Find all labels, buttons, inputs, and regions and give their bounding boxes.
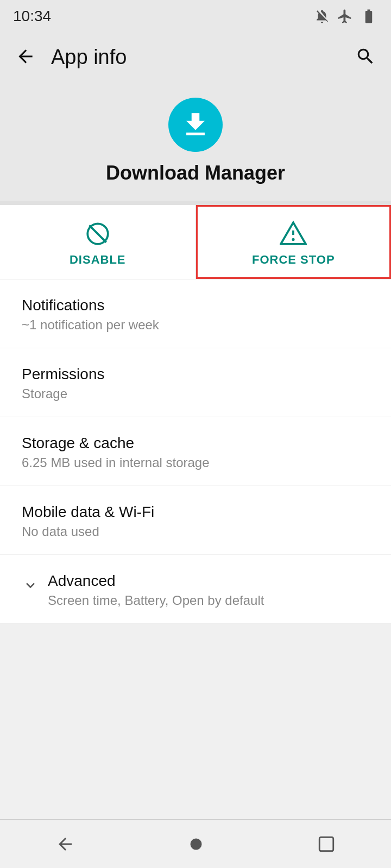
svg-rect-5 <box>319 837 333 851</box>
permissions-content: Permissions Storage <box>22 366 369 401</box>
bottom-nav <box>0 819 391 868</box>
back-button[interactable] <box>11 42 40 73</box>
svg-line-1 <box>89 225 106 242</box>
app-name: Download Manager <box>106 162 285 184</box>
list-section: Notifications ~1 notification per week P… <box>0 279 391 624</box>
permissions-item[interactable]: Permissions Storage <box>0 348 391 417</box>
page-content: Notifications ~1 notification per week P… <box>0 279 391 678</box>
permissions-title: Permissions <box>22 366 369 383</box>
force-stop-button[interactable]: FORCE STOP <box>196 205 392 279</box>
storage-title: Storage & cache <box>22 435 369 452</box>
notifications-subtitle: ~1 notification per week <box>22 317 369 333</box>
app-icon <box>168 98 223 152</box>
notifications-title: Notifications <box>22 297 369 314</box>
app-header: Download Manager <box>0 81 391 201</box>
advanced-title: Advanced <box>48 572 369 590</box>
mobile-data-content: Mobile data & Wi-Fi No data used <box>22 503 369 539</box>
svg-point-3 <box>293 239 294 240</box>
battery-icon <box>360 8 378 24</box>
disable-label: DISABLE <box>70 253 126 267</box>
top-bar: App info <box>0 33 391 81</box>
page-title: App info <box>51 46 127 69</box>
notifications-item[interactable]: Notifications ~1 notification per week <box>0 279 391 348</box>
advanced-content: Advanced Screen time, Battery, Open by d… <box>48 572 369 608</box>
status-icons <box>314 8 378 24</box>
svg-point-4 <box>190 838 201 850</box>
advanced-subtitle: Screen time, Battery, Open by default <box>48 593 369 608</box>
nav-back-button[interactable] <box>39 829 91 859</box>
status-bar: 10:34 <box>0 0 391 33</box>
storage-subtitle: 6.25 MB used in internal storage <box>22 455 369 470</box>
chevron-down-icon <box>22 577 39 596</box>
section-divider <box>0 201 391 205</box>
action-row: DISABLE FORCE STOP <box>0 205 391 279</box>
search-button[interactable] <box>351 42 380 73</box>
nav-home-button[interactable] <box>170 829 222 859</box>
permissions-subtitle: Storage <box>22 386 369 401</box>
nav-recents-button[interactable] <box>301 829 352 859</box>
notifications-muted-icon <box>314 8 330 24</box>
disable-button[interactable]: DISABLE <box>0 205 195 279</box>
mobile-data-title: Mobile data & Wi-Fi <box>22 503 369 521</box>
force-stop-label: FORCE STOP <box>252 253 335 267</box>
mobile-data-subtitle: No data used <box>22 524 369 539</box>
mobile-data-item[interactable]: Mobile data & Wi-Fi No data used <box>0 486 391 555</box>
airplane-mode-icon <box>337 8 353 24</box>
top-bar-left: App info <box>11 42 127 73</box>
notifications-content: Notifications ~1 notification per week <box>22 297 369 333</box>
advanced-item[interactable]: Advanced Screen time, Battery, Open by d… <box>0 555 391 624</box>
status-time: 10:34 <box>13 8 51 25</box>
storage-content: Storage & cache 6.25 MB used in internal… <box>22 435 369 470</box>
storage-item[interactable]: Storage & cache 6.25 MB used in internal… <box>0 417 391 486</box>
